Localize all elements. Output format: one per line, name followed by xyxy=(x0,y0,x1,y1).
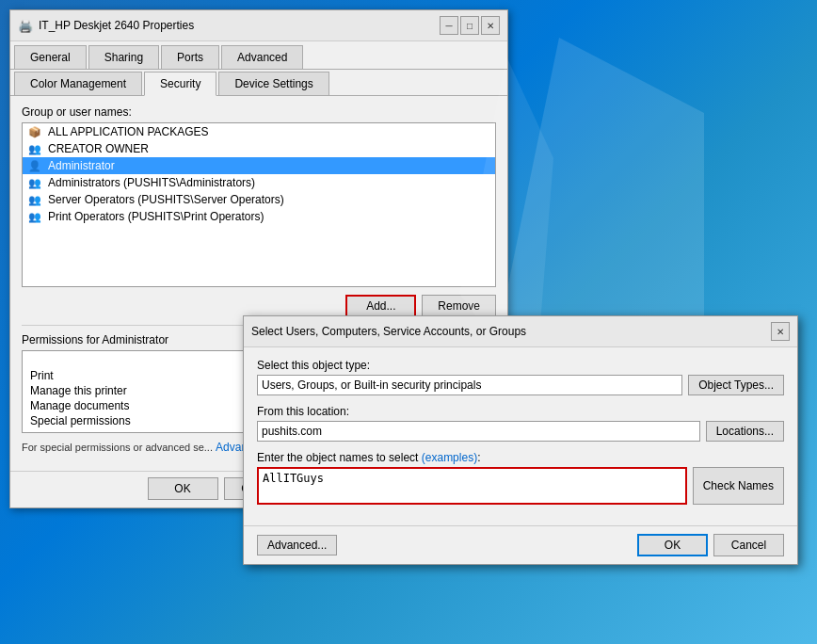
perm-name: Special permissions xyxy=(30,414,131,427)
add-remove-buttons: Add... Remove xyxy=(22,295,496,317)
maximize-button[interactable]: □ xyxy=(460,16,479,35)
tab-advanced[interactable]: Advanced xyxy=(221,45,303,69)
group-item-label: Print Operators (PUSHITS\Print Operators… xyxy=(48,210,264,223)
list-item[interactable]: Server Operators (PUSHITS\Server Operato… xyxy=(23,191,495,208)
object-type-row: Object Types... xyxy=(257,375,784,395)
select-ok-button[interactable]: OK xyxy=(637,534,708,556)
close-button[interactable]: ✕ xyxy=(481,16,500,35)
remove-button[interactable]: Remove xyxy=(422,295,496,317)
select-users-dialog: Select Users, Computers, Service Account… xyxy=(243,315,798,565)
select-titlebar-left: Select Users, Computers, Service Account… xyxy=(251,325,526,338)
person-icon xyxy=(28,159,43,172)
object-type-group: Select this object type: Object Types... xyxy=(257,359,784,395)
object-type-label: Select this object type: xyxy=(257,359,784,372)
select-content: Select this object type: Object Types...… xyxy=(244,347,797,525)
location-row: Locations... xyxy=(257,421,784,442)
object-names-input[interactable] xyxy=(257,467,687,505)
perm-name: Manage this printer xyxy=(30,384,127,397)
tab-general[interactable]: General xyxy=(14,45,87,69)
select-ok-cancel: OK Cancel xyxy=(637,534,784,556)
select-titlebar-controls: ✕ xyxy=(771,322,790,341)
select-cancel-button[interactable]: Cancel xyxy=(713,534,784,556)
perm-name: Print xyxy=(30,369,54,382)
printer-dialog-titlebar: 🖨️ IT_HP Deskjet 2640 Properties ─ □ ✕ xyxy=(10,10,507,41)
titlebar-controls: ─ □ ✕ xyxy=(440,16,500,35)
list-item[interactable]: Administrators (PUSHITS\Administrators) xyxy=(23,174,495,191)
add-button[interactable]: Add... xyxy=(345,295,416,317)
ok-button[interactable]: OK xyxy=(148,477,218,500)
advanced-button[interactable]: Advanced... xyxy=(257,535,337,555)
check-names-button[interactable]: Check Names xyxy=(693,467,784,505)
object-names-group: Enter the object names to select (exampl… xyxy=(257,451,784,505)
group-section-label: Group or user names: xyxy=(22,105,496,119)
printer-dialog-title: IT_HP Deskjet 2640 Properties xyxy=(39,19,194,32)
object-names-row: Check Names xyxy=(257,467,784,505)
tab-device-settings[interactable]: Device Settings xyxy=(218,72,328,95)
object-names-label: Enter the object names to select (exampl… xyxy=(257,451,784,464)
examples-link[interactable]: (examples) xyxy=(422,451,477,464)
locations-button[interactable]: Locations... xyxy=(706,421,784,442)
tab-ports[interactable]: Ports xyxy=(161,45,219,69)
object-types-button[interactable]: Object Types... xyxy=(688,375,784,395)
perm-name: Manage documents xyxy=(30,399,129,412)
location-label: From this location: xyxy=(257,405,784,418)
group-item-label: CREATOR OWNER xyxy=(48,142,149,155)
select-dialog-titlebar: Select Users, Computers, Service Account… xyxy=(244,316,797,347)
select-bottom-buttons: Advanced... OK Cancel xyxy=(244,525,797,564)
select-close-button[interactable]: ✕ xyxy=(771,322,790,341)
printer-icon: 🖨️ xyxy=(18,19,33,33)
group-list[interactable]: ALL APPLICATION PACKAGES CREATOR OWNER A… xyxy=(22,122,496,287)
list-item[interactable]: ALL APPLICATION PACKAGES xyxy=(23,123,495,140)
package-icon xyxy=(28,125,43,138)
people-icon xyxy=(28,193,43,206)
group-item-label: Server Operators (PUSHITS\Server Operato… xyxy=(48,193,284,206)
list-item-selected[interactable]: Administrator xyxy=(23,157,495,174)
desktop: 🖨️ IT_HP Deskjet 2640 Properties ─ □ ✕ G… xyxy=(0,0,817,644)
tabs-row: General Sharing Ports Advanced xyxy=(10,41,507,70)
select-dialog-title: Select Users, Computers, Service Account… xyxy=(251,325,526,338)
list-item[interactable]: Print Operators (PUSHITS\Print Operators… xyxy=(23,208,495,225)
titlebar-left: 🖨️ IT_HP Deskjet 2640 Properties xyxy=(18,19,194,33)
object-type-input[interactable] xyxy=(257,375,682,395)
people-icon xyxy=(28,176,43,189)
list-item[interactable]: CREATOR OWNER xyxy=(23,140,495,157)
tab-sharing[interactable]: Sharing xyxy=(88,45,159,69)
group-item-label: Administrators (PUSHITS\Administrators) xyxy=(48,176,255,189)
people-icon xyxy=(28,142,43,155)
minimize-button[interactable]: ─ xyxy=(440,16,458,35)
tab-security[interactable]: Security xyxy=(144,72,216,96)
group-item-label: Administrator xyxy=(48,159,115,172)
people-icon xyxy=(28,210,43,223)
group-item-label: ALL APPLICATION PACKAGES xyxy=(48,125,209,138)
tab-color-management[interactable]: Color Management xyxy=(14,72,142,95)
location-group: From this location: Locations... xyxy=(257,405,784,442)
tabs-row-2: Color Management Security Device Setting… xyxy=(10,70,507,96)
location-input[interactable] xyxy=(257,421,700,442)
